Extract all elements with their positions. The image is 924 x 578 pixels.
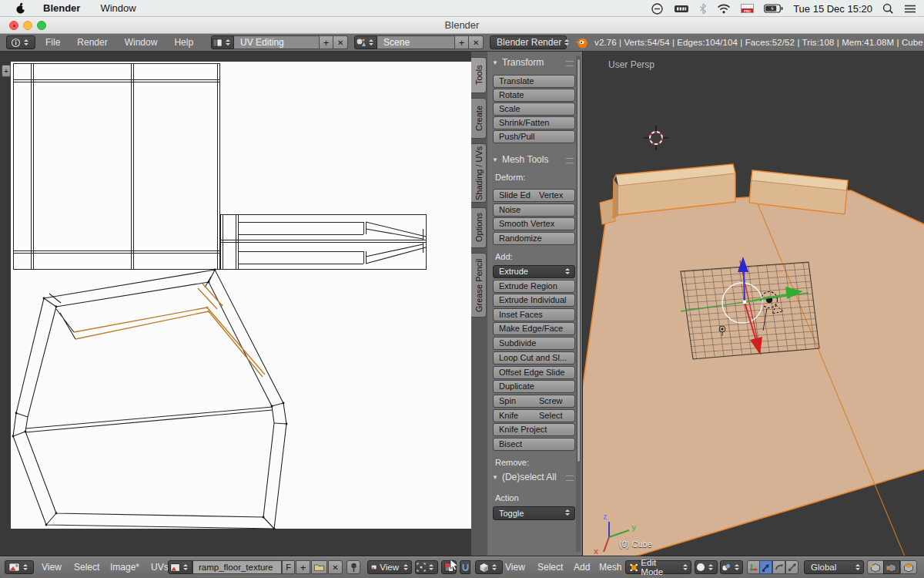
view3d-menu-view[interactable]: View (505, 562, 525, 573)
render-engine-dropdown[interactable]: Blender Render (490, 35, 567, 49)
battery-charging-icon[interactable] (764, 4, 783, 13)
notification-center-icon[interactable] (904, 4, 916, 14)
manipulator-translate-button[interactable] (759, 560, 772, 574)
make-edge-face-button[interactable]: Make Edge/Face (493, 322, 575, 335)
face-select-mode-button[interactable] (900, 560, 917, 574)
keyboard-icon[interactable] (674, 4, 689, 14)
knife-project-button[interactable]: Knife Project (493, 423, 575, 436)
pin-button[interactable] (346, 560, 360, 574)
viewport-editor-type-button[interactable] (475, 560, 503, 574)
knife-button[interactable]: Knife (493, 409, 534, 422)
transform-orientation-dropdown[interactable]: Global (804, 560, 864, 574)
view3d-menu-mesh[interactable]: Mesh (599, 562, 621, 573)
3d-viewport-canvas[interactable] (583, 52, 924, 556)
panel-header-transform[interactable]: ▼Transform (492, 57, 544, 68)
delete-layout-button[interactable]: ✕ (333, 35, 348, 49)
duplicate-button[interactable]: Duplicate (493, 380, 575, 393)
spin-button[interactable]: Spin (493, 395, 534, 408)
header-menu-help[interactable]: Help (166, 37, 202, 48)
uv-menu-uvs[interactable]: UVs (151, 562, 169, 573)
randomize-button[interactable]: Randomize (493, 232, 575, 245)
fake-user-button[interactable]: F (282, 560, 295, 574)
header-menu-render[interactable]: Render (69, 37, 116, 48)
mode-dropdown[interactable]: Edit Mode (625, 560, 691, 574)
edge-select-mode-button[interactable] (883, 560, 900, 574)
extrude-dropdown[interactable]: Extrude (493, 265, 575, 278)
uv-editor-type-button[interactable] (5, 560, 34, 574)
add-scene-button[interactable]: + (454, 35, 469, 49)
apple-menu[interactable] (15, 2, 26, 15)
region-expand-button[interactable]: + (2, 65, 11, 77)
tab-shading-uvs[interactable]: Shading / UVs (471, 143, 487, 203)
uv-pivot-dropdown[interactable] (415, 560, 438, 574)
vertex-select-mode-button[interactable] (867, 560, 884, 574)
slide-edge-button[interactable]: Slide Ed (493, 189, 534, 202)
editor-type-button[interactable] (6, 35, 35, 49)
open-image-button[interactable] (311, 560, 327, 574)
inset-faces-button[interactable]: Inset Faces (493, 308, 575, 321)
header-menu-window[interactable]: Window (116, 37, 166, 48)
action-toggle-dropdown[interactable]: Toggle (493, 506, 575, 520)
display-channel-dropdown[interactable]: View (367, 560, 412, 574)
push-pull-button[interactable]: Push/Pull (493, 130, 575, 143)
scrollbar-thumb[interactable] (577, 59, 581, 462)
manipulator-rotate-button[interactable] (772, 560, 785, 574)
pivot-point-dropdown[interactable] (720, 560, 743, 574)
view3d-menu-add[interactable]: Add (574, 562, 590, 573)
snap-toggle-button[interactable] (460, 560, 470, 574)
window-titlebar[interactable]: Blender (0, 17, 924, 34)
subdivide-button[interactable]: Subdivide (493, 337, 575, 350)
panel-grip-icon[interactable] (566, 158, 574, 163)
knife-select-button[interactable]: Select (534, 409, 575, 422)
manipulator-toggle-button[interactable] (747, 560, 760, 574)
panel-grip-icon[interactable] (566, 476, 574, 481)
tab-tools[interactable]: Tools (471, 57, 487, 93)
unlink-image-button[interactable]: ✕ (328, 560, 343, 574)
header-menu-file[interactable]: File (37, 37, 69, 48)
do-not-disturb-icon[interactable] (651, 2, 664, 15)
view3d-menu-select[interactable]: Select (537, 562, 563, 573)
scale-button[interactable]: Scale (493, 102, 575, 116)
input-source-flag-icon[interactable]: PRO (741, 4, 754, 13)
panel-header-deselect-all[interactable]: ▼(De)select All (492, 472, 557, 482)
translate-button[interactable]: Translate (493, 75, 575, 88)
noise-button[interactable]: Noise (493, 203, 575, 217)
extrude-region-button[interactable]: Extrude Region (493, 280, 575, 293)
delete-scene-button[interactable]: ✕ (469, 35, 484, 49)
vertex-slide-button[interactable]: Vertex (534, 189, 575, 202)
panel-header-mesh-tools[interactable]: ▼Mesh Tools (492, 154, 548, 165)
menubar-clock[interactable]: Tue 15 Dec 15:20 (793, 3, 872, 15)
screen-layout-selector-icon-button[interactable] (211, 35, 234, 49)
scene-name-field[interactable]: Scene (377, 35, 454, 49)
image-name-field[interactable]: ramp_floor_texture (192, 560, 282, 574)
extrude-individual-button[interactable]: Extrude Individual (493, 294, 575, 307)
smooth-vertex-button[interactable]: Smooth Vertex (493, 217, 575, 230)
tab-options[interactable]: Options (471, 207, 487, 248)
add-layout-button[interactable]: + (319, 35, 333, 49)
tab-grease-pencil[interactable]: Grease Pencil (471, 253, 487, 318)
tab-create[interactable]: Create (471, 98, 487, 139)
tool-shelf-scrollbar[interactable] (576, 55, 581, 552)
spotlight-icon[interactable] (882, 3, 894, 15)
uv-menu-view[interactable]: View (42, 562, 62, 573)
menubar-app-name[interactable]: Blender (43, 2, 80, 14)
screw-button[interactable]: Screw (534, 395, 575, 408)
bluetooth-icon[interactable] (699, 3, 707, 15)
uv-editor-canvas[interactable] (0, 52, 471, 556)
menubar-item-window[interactable]: Window (100, 2, 136, 14)
screen-layout-name-field[interactable]: UV Editing (234, 35, 319, 49)
loop-cut-button[interactable]: Loop Cut and Sl... (493, 351, 575, 365)
manipulator-scale-button[interactable] (785, 560, 798, 574)
bisect-button[interactable]: Bisect (493, 438, 575, 451)
new-image-button[interactable]: + (296, 560, 310, 574)
rotate-button[interactable]: Rotate (493, 89, 575, 102)
offset-edge-slide-button[interactable]: Offset Edge Slide (493, 366, 575, 379)
viewport-shading-dropdown[interactable] (695, 560, 718, 574)
scene-selector-icon-button[interactable] (354, 35, 377, 49)
shrink-fatten-button[interactable]: Shrink/Fatten (493, 116, 575, 129)
image-datablock-icon-button[interactable] (168, 560, 192, 574)
uv-menu-image[interactable]: Image* (110, 562, 139, 573)
wifi-icon[interactable] (717, 4, 731, 14)
uv-menu-select[interactable]: Select (74, 562, 99, 573)
panel-grip-icon[interactable] (566, 61, 574, 66)
